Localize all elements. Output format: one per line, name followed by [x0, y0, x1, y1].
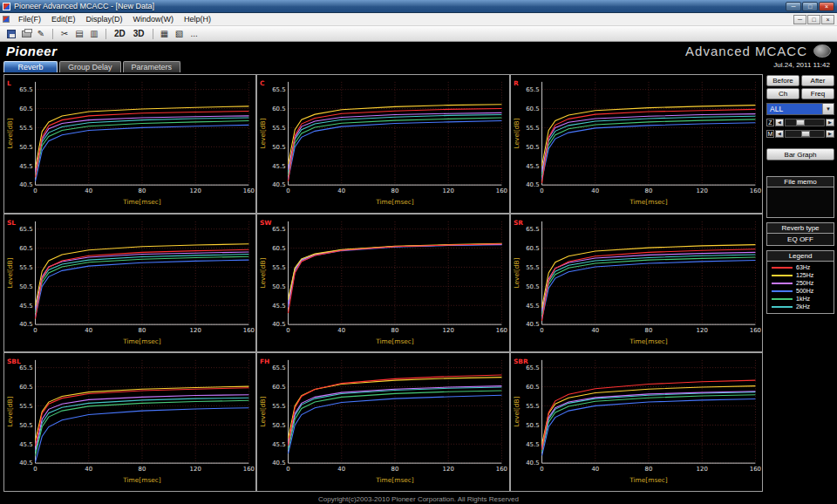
tab-parameters[interactable]: Parameters	[123, 61, 181, 72]
close-button[interactable]: ×	[819, 2, 834, 11]
zoom-slider[interactable]	[785, 119, 825, 126]
minimize-button[interactable]: ─	[786, 2, 801, 11]
svg-text:160: 160	[243, 466, 255, 473]
svg-text:SW: SW	[260, 218, 271, 226]
legend-item-125hz: 125Hz	[767, 271, 834, 279]
reverb-type-value: EQ OFF	[767, 234, 834, 245]
freq-button[interactable]: Freq	[801, 88, 834, 99]
svg-text:0: 0	[33, 466, 37, 473]
svg-text:40.5: 40.5	[19, 181, 32, 188]
svg-text:45.5: 45.5	[526, 441, 539, 448]
2d-view-button[interactable]: 2D	[111, 28, 129, 40]
menu-window[interactable]: Window(W)	[128, 15, 180, 24]
svg-text:65.5: 65.5	[526, 226, 539, 233]
svg-text:40.5: 40.5	[526, 181, 539, 188]
svg-text:40: 40	[591, 187, 599, 194]
zoom-left-arrow[interactable]: ◀	[775, 119, 784, 126]
svg-text:55.5: 55.5	[526, 125, 539, 132]
svg-text:50.5: 50.5	[526, 422, 539, 429]
svg-text:40.5: 40.5	[526, 460, 539, 467]
svg-text:45.5: 45.5	[273, 302, 286, 309]
cut-icon[interactable]: ✂	[58, 28, 71, 40]
save-icon[interactable]	[4, 28, 18, 40]
bar-graph-button[interactable]: Bar Graph	[766, 148, 834, 160]
svg-text:65.5: 65.5	[19, 364, 32, 371]
channel-select[interactable]: ALL ▼	[766, 103, 834, 115]
svg-text:160: 160	[496, 187, 507, 194]
svg-text:120: 120	[190, 187, 201, 194]
move-slider-thumb[interactable]	[801, 131, 810, 137]
overflow-menu-button[interactable]: ...	[187, 28, 201, 40]
ch-button[interactable]: Ch	[766, 88, 800, 99]
svg-text:40: 40	[85, 187, 92, 194]
move-left-arrow[interactable]: ◀	[775, 130, 784, 138]
legend-rows: 63Hz125Hz250Hz500Hz1kHz2kHz	[767, 262, 834, 313]
svg-text:Time[msec]: Time[msec]	[629, 198, 668, 206]
svg-text:50.5: 50.5	[273, 283, 286, 289]
toolbar: ✎ ✂ ▤ ▥ 2D 3D ▦ ▧ ...	[0, 26, 837, 42]
svg-text:50.5: 50.5	[19, 283, 32, 289]
menubar-app-icon	[3, 16, 10, 23]
svg-text:Time[msec]: Time[msec]	[629, 476, 668, 484]
maximize-button[interactable]: □	[802, 2, 818, 11]
charts-area: 40.545.550.555.560.565.504080120160Time[…	[0, 72, 764, 494]
print-icon[interactable]	[19, 28, 33, 40]
tab-reverb[interactable]: Reverb	[3, 61, 58, 72]
file-memo-panel: File memo	[766, 176, 834, 218]
svg-text:45.5: 45.5	[19, 302, 32, 309]
copy-icon[interactable]: ▤	[72, 28, 86, 40]
move-slider-label: M	[766, 130, 774, 138]
menu-file[interactable]: File(F)	[13, 15, 46, 24]
svg-text:160: 160	[496, 466, 507, 473]
svg-text:65.5: 65.5	[19, 86, 32, 93]
charts-grid: 40.545.550.555.560.565.504080120160Time[…	[3, 74, 763, 492]
mdi-minimize-button[interactable]: ─	[793, 15, 806, 24]
move-right-arrow[interactable]: ▶	[826, 130, 834, 138]
svg-text:160: 160	[750, 466, 761, 473]
table-view-icon[interactable]: ▦	[158, 28, 172, 40]
menu-help[interactable]: Help(H)	[179, 15, 216, 24]
svg-text:65.5: 65.5	[273, 364, 286, 371]
zoom-slider-thumb[interactable]	[796, 119, 805, 126]
svg-text:55.5: 55.5	[526, 263, 539, 270]
svg-text:45.5: 45.5	[526, 163, 539, 170]
svg-text:50.5: 50.5	[19, 422, 32, 429]
channel-select-value: ALL	[767, 104, 822, 114]
svg-text:50.5: 50.5	[273, 144, 286, 151]
3d-view-button[interactable]: 3D	[130, 28, 148, 40]
before-button[interactable]: Before	[766, 75, 800, 86]
menu-display[interactable]: Display(D)	[81, 15, 128, 24]
zoom-right-arrow[interactable]: ▶	[826, 119, 834, 126]
legend-item-2khz: 2kHz	[767, 303, 834, 310]
tab-group-delay[interactable]: Group Delay	[59, 61, 121, 72]
grid-view-icon[interactable]: ▧	[173, 28, 187, 40]
svg-text:80: 80	[139, 327, 146, 334]
svg-text:40.5: 40.5	[19, 460, 32, 467]
mdi-close-button[interactable]: ×	[821, 15, 834, 24]
svg-text:40: 40	[591, 466, 599, 473]
paste-icon[interactable]: ▥	[87, 28, 101, 40]
svg-text:50.5: 50.5	[526, 283, 539, 289]
mdi-restore-button[interactable]: □	[807, 15, 820, 24]
window-title: Pioneer Advanced MCACC - [New Data]	[14, 2, 154, 10]
move-slider[interactable]	[785, 130, 825, 138]
datetime-label: Jul.24, 2011 11:42	[773, 61, 830, 69]
menu-edit[interactable]: Edit(E)	[46, 15, 81, 24]
svg-text:Time[msec]: Time[msec]	[629, 337, 668, 344]
legend-item-500hz: 500Hz	[767, 287, 834, 295]
svg-text:120: 120	[443, 187, 454, 194]
copyright-text: Copyright(c)2003-2010 Pioneer Corporatio…	[318, 495, 519, 503]
after-button[interactable]: After	[801, 75, 834, 86]
svg-text:80: 80	[139, 187, 146, 194]
file-memo-input[interactable]	[767, 187, 834, 217]
svg-text:40: 40	[338, 466, 346, 473]
chevron-down-icon[interactable]: ▼	[822, 104, 834, 114]
brand-header: Pioneer Advanced MCACC	[0, 42, 837, 60]
hibit-badge-icon	[813, 44, 831, 58]
svg-text:Level[dB]: Level[dB]	[259, 397, 267, 427]
reverb-chart-l: 40.545.550.555.560.565.504080120160Time[…	[3, 74, 256, 214]
svg-text:80: 80	[139, 466, 146, 473]
edit-icon[interactable]: ✎	[34, 28, 48, 40]
svg-text:55.5: 55.5	[19, 403, 32, 410]
toolbar-separator	[153, 29, 153, 39]
